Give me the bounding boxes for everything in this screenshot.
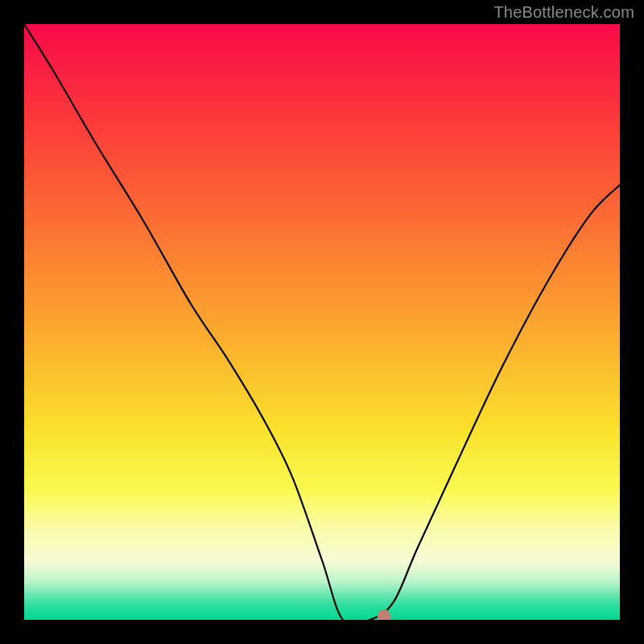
bottleneck-curve	[24, 24, 620, 620]
watermark-text: TheBottleneck.com	[493, 3, 634, 22]
optimal-point-marker	[378, 609, 390, 620]
chart-frame: TheBottleneck.com	[0, 0, 644, 644]
plot-area	[24, 24, 620, 620]
chart-overlay	[24, 24, 620, 620]
